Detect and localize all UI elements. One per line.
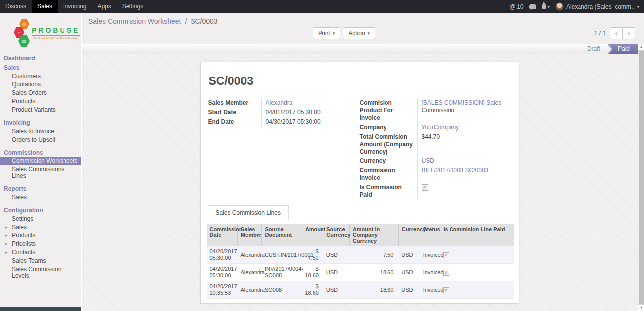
company-value[interactable]: YourCompany (422, 124, 459, 131)
end-date-label: End Date (208, 117, 261, 127)
sidebar-item-orders-to-upsell[interactable]: Orders to Upsell (0, 136, 81, 144)
menu-apps[interactable]: Apps (92, 0, 116, 13)
breadcrumb-parent[interactable]: Sales Commission Worksheet (88, 17, 181, 25)
cell-amount-company: 7.50 (349, 246, 398, 264)
menu-settings[interactable]: Settings (117, 0, 149, 13)
sidebar-item-product-variants[interactable]: Product Variants (0, 106, 81, 114)
user-name: Alexandra (Sales_comm.. (566, 3, 634, 10)
col-commission-date[interactable]: Commission Date (207, 224, 238, 246)
col-source-currency[interactable]: Source Currency (323, 224, 350, 246)
mentions-counter[interactable]: @ 10 (509, 3, 524, 10)
sidebar-section-reports[interactable]: Reports (0, 184, 81, 193)
probuse-logo: ⚙ ⌕ ▤ PROBUSE PROFESSIONAL BUSINESS (14, 17, 81, 48)
menu-sales[interactable]: Sales (32, 0, 58, 13)
sidebar-item-products[interactable]: Products (0, 97, 81, 106)
breadcrumb-separator: / (185, 17, 187, 25)
sidebar-item-config-sales[interactable]: ▸Sales (0, 223, 81, 232)
cell-source-currency: USD (323, 281, 350, 299)
sidebar-item-settings[interactable]: Settings (0, 215, 81, 223)
commission-product-link[interactable]: [SALES COMMISSION] Sales (422, 99, 502, 106)
menu-discuss[interactable]: Discuss (0, 0, 32, 13)
sidebar-item-sales-teams[interactable]: Sales Teams (0, 257, 81, 265)
cell-doc: SO008 (262, 281, 302, 299)
line-paid-checkbox[interactable]: ✓ (443, 270, 449, 276)
col-currency[interactable]: Currency (398, 224, 420, 246)
line-paid-checkbox[interactable]: ✓ (443, 252, 449, 258)
cell-currency: USD (398, 281, 420, 299)
top-navbar: Discuss Sales Invoicing Apps Settings @ … (0, 0, 644, 13)
sidebar-item-customers[interactable]: Customers (0, 72, 81, 80)
sidebar: ⚙ ⌕ ▤ PROBUSE PROFESSIONAL BUSINESS Dash… (0, 13, 81, 311)
menu-invoicing[interactable]: Invoicing (58, 0, 92, 13)
col-amount-company-currency[interactable]: Amount in Company Currency (349, 224, 398, 246)
col-sales-member[interactable]: Sales Member (237, 224, 262, 246)
scrollbar-thumb[interactable] (639, 51, 644, 304)
col-is-commission-line-paid[interactable]: Is Commision Line Paid (440, 224, 514, 246)
sidebar-item-commission-worksheets[interactable]: Commission Worksheets (0, 157, 81, 165)
cell-amount: $ 18.60 (302, 264, 323, 281)
debug-menu[interactable]: ▾ (542, 4, 550, 9)
sales-member-label: Sales Member (208, 98, 261, 108)
messages-icon[interactable] (529, 4, 536, 9)
notebook-tabs: Sales Commission Lines (201, 205, 519, 220)
sidebar-item-reports-sales[interactable]: Sales (0, 193, 81, 202)
scroll-down-button[interactable]: ▼ (638, 304, 644, 311)
cell-member: Alexandra (237, 246, 262, 264)
sidebar-section-invoicing[interactable]: Invoicing (0, 118, 81, 127)
scroll-up-button[interactable]: ▲ (638, 44, 644, 51)
sidebar-item-sales-commission-levels[interactable]: Sales Commission Levels (0, 265, 81, 280)
logo-tagline: PROFESSIONAL BUSINESS (32, 35, 80, 39)
currency-label: Currency (360, 156, 417, 166)
user-menu[interactable]: Alexandra (Sales_comm.. ▾ (555, 2, 639, 11)
tab-sales-commission-lines[interactable]: Sales Commission Lines (208, 205, 289, 220)
cell-status: Invoiced (420, 264, 440, 281)
sidebar-item-quotations[interactable]: Quotations (0, 80, 81, 89)
sidebar-item-sales-to-invoice[interactable]: Sales to Invoice (0, 127, 81, 136)
vertical-scrollbar[interactable]: ▲ ▼ (638, 44, 644, 311)
caret-down-icon: ▾ (637, 4, 639, 9)
table-row[interactable]: 04/20/2017 05:30:00 Alexandra CUST.IN/20… (207, 246, 514, 264)
cell-source-currency: USD (323, 264, 350, 281)
start-date-value: 04/01/2017 05:30:00 (261, 108, 357, 117)
table-row[interactable]: 04/20/2017 10:35:53 Alexandra SO008 $ 18… (207, 281, 514, 299)
is-commission-paid-checkbox[interactable]: ✓ (422, 184, 428, 191)
print-button[interactable]: Print▾ (313, 27, 340, 39)
action-button[interactable]: Action▾ (343, 27, 375, 39)
sidebar-section-sales[interactable]: Sales (0, 63, 81, 72)
col-source-document[interactable]: Source Document (262, 224, 302, 246)
line-paid-checkbox[interactable]: ✓ (443, 287, 449, 293)
cell-member: Alexandra (237, 281, 262, 299)
commission-invoice-label: Commission Invoice (360, 166, 417, 183)
commission-invoice-value[interactable]: BILL/2017/0003 SC/0003 (422, 167, 489, 174)
sidebar-section-dashboard[interactable]: Dashboard (0, 53, 81, 63)
sidebar-section-commissions[interactable]: Commissions (0, 148, 81, 157)
table-row[interactable]: 04/20/2017 05:30:00 Alexandra INV/2017/0… (207, 264, 514, 281)
company-label: Company (360, 123, 417, 132)
avatar (555, 2, 564, 11)
commission-product-value: [SALES COMMISSION] Sales Commission (417, 98, 512, 123)
sidebar-section-configuration[interactable]: Configuration (0, 205, 81, 215)
sidebar-item-config-products[interactable]: ▸Products (0, 232, 81, 240)
col-status[interactable]: Status (420, 224, 440, 246)
pager-value: 1 / 1 (594, 30, 606, 37)
cell-amount-company: 18.60 (349, 281, 398, 299)
status-step-draft[interactable]: Draft (580, 44, 608, 54)
pager: 1 / 1 ‹ › (594, 27, 635, 39)
col-amount[interactable]: Amount (302, 224, 323, 246)
sidebar-item-config-contacts[interactable]: ▸Contacts (0, 248, 81, 257)
cell-doc: CUST.IN/2017/0001 (262, 246, 302, 264)
commission-lines-table: Commission Date Sales Member Source Docu… (207, 224, 514, 299)
is-commission-paid-label: Is Commission Paid (360, 183, 417, 200)
cell-currency: USD (398, 264, 420, 281)
sidebar-item-sales-commissions-lines[interactable]: Sales Commissions Lines (0, 165, 81, 180)
sidebar-item-sales-orders[interactable]: Sales Orders (0, 89, 81, 97)
pager-previous-button[interactable]: ‹ (610, 27, 623, 39)
caret-down-icon: ▾ (548, 4, 550, 9)
pager-next-button[interactable]: › (622, 27, 635, 39)
at-icon: @ (509, 3, 515, 10)
currency-value[interactable]: USD (422, 157, 434, 164)
sales-member-value[interactable]: Alexandra (266, 99, 293, 106)
sidebar-item-config-pricelists[interactable]: ▸Pricelists (0, 240, 81, 248)
cell-status: Invoiced (420, 246, 440, 264)
cell-status: Invoiced (420, 281, 440, 299)
